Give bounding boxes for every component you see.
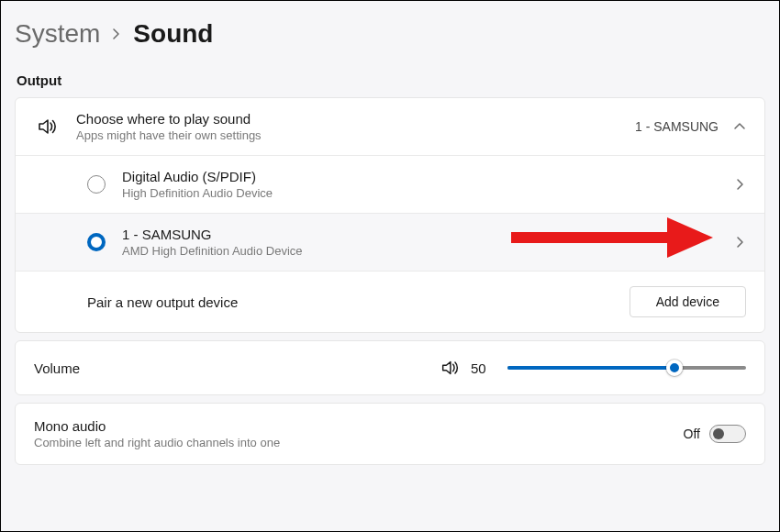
output-device-option[interactable]: Digital Audio (S/PDIF) High Definition A… bbox=[16, 155, 764, 213]
device-sub: AMD High Definition Audio Device bbox=[122, 244, 717, 258]
chevron-right-icon[interactable] bbox=[733, 178, 746, 191]
choose-output-title: Choose where to play sound bbox=[76, 111, 618, 127]
breadcrumb-parent[interactable]: System bbox=[15, 19, 100, 49]
toggle-knob bbox=[713, 428, 724, 439]
radio-unselected-icon[interactable] bbox=[87, 175, 106, 194]
slider-thumb[interactable] bbox=[666, 360, 683, 376]
output-section-label: Output bbox=[17, 72, 765, 88]
mono-audio-card: Mono audio Combine left and right audio … bbox=[15, 403, 765, 465]
volume-value: 50 bbox=[471, 360, 496, 376]
choose-output-row[interactable]: Choose where to play sound Apps might ha… bbox=[16, 98, 764, 155]
device-name: Digital Audio (S/PDIF) bbox=[122, 169, 717, 184]
radio-selected-icon[interactable] bbox=[87, 233, 106, 251]
device-sub: High Definition Audio Device bbox=[122, 186, 717, 200]
add-device-button[interactable]: Add device bbox=[630, 286, 746, 317]
pair-device-label: Pair a new output device bbox=[87, 294, 613, 310]
pair-device-row: Pair a new output device Add device bbox=[16, 271, 764, 332]
chevron-right-icon[interactable] bbox=[733, 236, 746, 249]
output-device-option[interactable]: 1 - SAMSUNG AMD High Definition Audio De… bbox=[16, 213, 764, 271]
mono-audio-title: Mono audio bbox=[34, 418, 684, 434]
slider-fill bbox=[507, 366, 674, 370]
mono-audio-row[interactable]: Mono audio Combine left and right audio … bbox=[16, 404, 764, 464]
volume-row: Volume 50 bbox=[16, 341, 764, 394]
volume-label: Volume bbox=[34, 360, 429, 376]
current-output-device-label: 1 - SAMSUNG bbox=[635, 119, 719, 134]
chevron-right-icon bbox=[111, 25, 122, 44]
page-title: Sound bbox=[133, 19, 213, 49]
mono-toggle-state-label: Off bbox=[684, 427, 700, 441]
speaker-icon[interactable] bbox=[440, 358, 460, 378]
mono-audio-subtitle: Combine left and right audio channels in… bbox=[34, 436, 684, 449]
choose-output-subtitle: Apps might have their own settings bbox=[76, 128, 618, 142]
breadcrumb: System Sound bbox=[15, 19, 765, 49]
volume-card: Volume 50 bbox=[15, 340, 765, 395]
output-device-card: Choose where to play sound Apps might ha… bbox=[15, 97, 765, 333]
speaker-icon bbox=[34, 116, 60, 138]
chevron-up-icon bbox=[733, 120, 746, 133]
device-name: 1 - SAMSUNG bbox=[122, 227, 717, 242]
mono-toggle[interactable] bbox=[709, 425, 746, 443]
volume-slider[interactable] bbox=[507, 359, 746, 377]
